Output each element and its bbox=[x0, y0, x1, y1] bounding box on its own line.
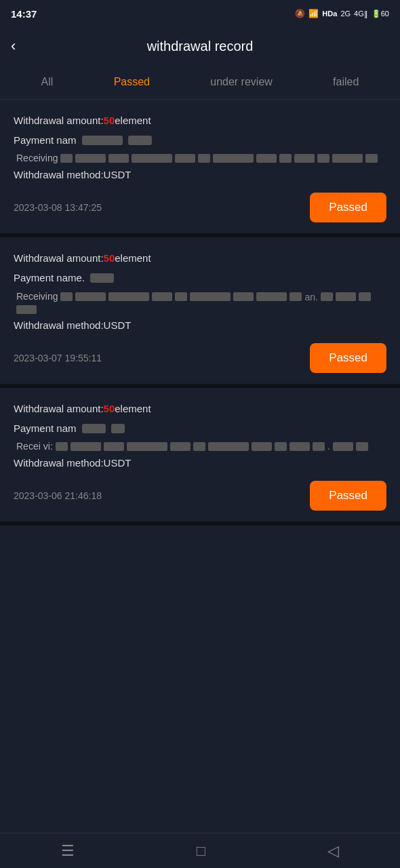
battery-icon: 🔋60 bbox=[372, 9, 389, 18]
blurred-payment-extra-1 bbox=[128, 136, 152, 145]
back-button[interactable]: ‹ bbox=[11, 37, 16, 55]
menu-icon[interactable]: ☰ bbox=[61, 842, 75, 860]
amount-number-2: 50 bbox=[104, 252, 115, 264]
wifi-icon: 📶 bbox=[308, 9, 319, 18]
receiving-address-3: Recei vi: . bbox=[14, 441, 386, 452]
record-date-3: 2023-03-06 21:46:18 bbox=[14, 490, 102, 501]
record-date-2: 2023-03-07 19:55:11 bbox=[14, 353, 102, 363]
record-item: Withdrawal amount:50element Payment nam … bbox=[0, 100, 400, 237]
payment-name-2: Payment name. bbox=[14, 271, 386, 285]
hd-icon: HDa bbox=[322, 9, 337, 18]
status-bar: 14:37 🔕 📶 HDa 2G 4G‖ 🔋60 bbox=[0, 0, 400, 27]
withdrawal-amount-2: Withdrawal amount:50element bbox=[14, 251, 386, 265]
amount-number-1: 50 bbox=[104, 115, 115, 126]
receiving-address-1: Receiving bbox=[14, 153, 386, 163]
record-bottom-3: 2023-03-06 21:46:18 Passed bbox=[14, 481, 386, 511]
tab-failed[interactable]: failed bbox=[327, 73, 364, 91]
passed-button-1[interactable]: Passed bbox=[310, 193, 386, 222]
record-item: Withdrawal amount:50element Payment name… bbox=[0, 237, 400, 388]
tab-under-review[interactable]: under review bbox=[205, 73, 278, 91]
status-icons: 🔕 📶 HDa 2G 4G‖ 🔋60 bbox=[295, 9, 389, 18]
blurred-payment-name-2 bbox=[90, 273, 114, 283]
withdrawal-method-3: Withdrawal method:USDT bbox=[14, 456, 386, 470]
signal-4g-icon: 4G‖ bbox=[354, 9, 368, 18]
record-bottom-2: 2023-03-07 19:55:11 Passed bbox=[14, 343, 386, 373]
home-icon[interactable]: □ bbox=[197, 842, 205, 860]
payment-name-3: Payment nam bbox=[14, 421, 386, 435]
passed-button-3[interactable]: Passed bbox=[310, 481, 386, 511]
tab-all[interactable]: All bbox=[36, 73, 59, 91]
withdrawal-method-1: Withdrawal method:USDT bbox=[14, 167, 386, 182]
record-bottom-1: 2023-03-08 13:47:25 Passed bbox=[14, 193, 386, 222]
blurred-payment-name-3b bbox=[111, 424, 125, 433]
signal-2g-icon: 2G bbox=[340, 9, 351, 18]
withdrawal-method-2: Withdrawal method:USDT bbox=[14, 318, 386, 332]
blurred-payment-name-3a bbox=[82, 424, 106, 433]
records-list: Withdrawal amount:50element Payment nam … bbox=[0, 100, 400, 833]
bottom-navigation: ☰ □ ◁ bbox=[0, 833, 400, 868]
blurred-payment-name-1 bbox=[82, 136, 123, 145]
withdrawal-amount-1: Withdrawal amount:50element bbox=[14, 113, 386, 127]
header: ‹ withdrawal record bbox=[0, 27, 400, 65]
record-date-1: 2023-03-08 13:47:25 bbox=[14, 202, 102, 213]
record-item: Withdrawal amount:50element Payment nam … bbox=[0, 388, 400, 526]
amount-number-3: 50 bbox=[104, 403, 115, 414]
back-nav-icon[interactable]: ◁ bbox=[327, 842, 339, 860]
withdrawal-amount-3: Withdrawal amount:50element bbox=[14, 401, 386, 416]
mute-icon: 🔕 bbox=[295, 9, 305, 18]
page-title: withdrawal record bbox=[147, 39, 254, 54]
payment-name-1: Payment nam bbox=[14, 133, 386, 147]
tab-passed[interactable]: Passed bbox=[108, 73, 155, 91]
tab-bar: All Passed under review failed bbox=[0, 65, 400, 100]
passed-button-2[interactable]: Passed bbox=[310, 343, 386, 373]
receiving-address-2: Receiving an. bbox=[14, 290, 386, 314]
status-time: 14:37 bbox=[11, 8, 37, 20]
